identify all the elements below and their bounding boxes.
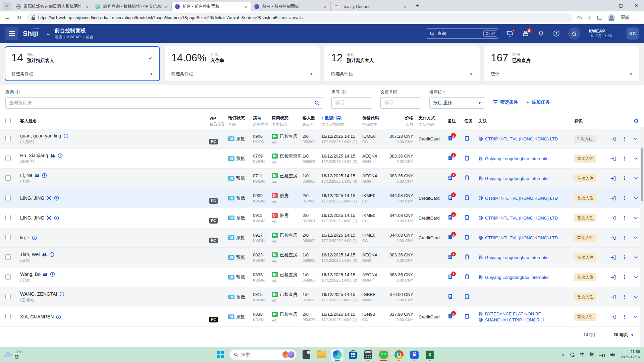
company-link[interactable]: SHANGHAI CTRIP HONGRUI bbox=[478, 317, 574, 322]
cashier-locked-icon[interactable] bbox=[522, 30, 529, 37]
vertical-scrollbar[interactable] bbox=[640, 127, 644, 347]
row-menu-kebab-icon[interactable]: ⋮ bbox=[622, 294, 627, 300]
column-header[interactable]: 价格代码担保类型 bbox=[362, 115, 392, 127]
row-menu-kebab-icon[interactable]: ⋮ bbox=[622, 314, 627, 320]
info-icon[interactable] bbox=[49, 252, 54, 257]
taskbar-app-store[interactable] bbox=[346, 349, 359, 361]
task-clipboard-icon[interactable] bbox=[464, 215, 470, 220]
address-bar[interactable]: https://cn1.web.ep.shiji.world/individua… bbox=[27, 13, 573, 22]
back-button[interactable]: ← bbox=[4, 15, 11, 21]
reservation-row[interactable]: LING, JING PC DI预抵 0909KWDN DI脏房VA 2/005… bbox=[0, 188, 644, 208]
search-icon[interactable] bbox=[314, 100, 320, 106]
company-link[interactable]: CTRIP INTL TVL (HONG KONG) LTD bbox=[478, 196, 574, 201]
check-in-icon[interactable] bbox=[610, 216, 616, 221]
page-size-select[interactable]: 20 每页 ▼ bbox=[613, 332, 634, 338]
breadcrumb-hotel[interactable]: 酒店 bbox=[55, 35, 62, 40]
row-checkbox[interactable] bbox=[5, 175, 11, 181]
card-departures[interactable]: 12 离店 预计离店客人 筛选条件栏 ▼ bbox=[324, 46, 480, 81]
card-inspected-rooms[interactable]: 167 客房 已检查房 统计 ▼ bbox=[484, 46, 640, 81]
row-checkbox[interactable] bbox=[5, 274, 11, 280]
breadcrumb-frontdesk[interactable]: 前台 bbox=[80, 35, 93, 40]
row-menu-kebab-icon[interactable]: ⋮ bbox=[622, 136, 627, 142]
info-icon[interactable] bbox=[59, 291, 64, 297]
row-menu-kebab-icon[interactable]: ⋮ bbox=[622, 235, 627, 241]
row-menu-kebab-icon[interactable]: ⋮ bbox=[622, 274, 627, 280]
info-icon[interactable] bbox=[57, 153, 63, 158]
filter-conditions-button[interactable]: 筛选条件 bbox=[493, 99, 518, 105]
task-clipboard-icon[interactable] bbox=[464, 195, 470, 200]
property-info[interactable]: KWEAP 16 12月 11:58 bbox=[589, 28, 612, 39]
read-aloud-icon[interactable]: A)) bbox=[577, 15, 581, 20]
check-in-icon[interactable] bbox=[610, 235, 616, 240]
row-menu-kebab-icon[interactable]: ⋮ bbox=[622, 175, 627, 181]
browser-tab[interactable]: Loyalty Connect × bbox=[331, 2, 410, 11]
start-button[interactable] bbox=[217, 351, 220, 354]
column-header[interactable]: 任务 bbox=[464, 118, 478, 124]
tab-close-icon[interactable]: × bbox=[403, 4, 407, 9]
row-checkbox[interactable] bbox=[5, 136, 11, 141]
back-arrow-icon[interactable]: ← bbox=[46, 30, 51, 37]
window-maximize-button[interactable]: ▢ bbox=[613, 0, 629, 11]
browser-tab[interactable]: 前台 - 前台控制面板 × bbox=[251, 2, 331, 11]
task-clipboard-icon[interactable] bbox=[464, 294, 470, 299]
reservation-row[interactable]: LING, JING PC DI预抵 0911KWDN DI脏房VA 2/005… bbox=[0, 208, 644, 228]
ime-language-button[interactable]: 中 bbox=[580, 352, 584, 358]
taskbar-app-unionpay[interactable] bbox=[408, 349, 421, 361]
reservation-row[interactable]: guan, guan yan ling (关燕玲) PC DI预抵 0906DO… bbox=[0, 129, 644, 149]
taskbar-app-wechat[interactable] bbox=[377, 349, 390, 361]
reservation-row[interactable]: WANG, ZENGTAI (王增太) DI预抵 0815KWDN IN已检查房… bbox=[0, 287, 644, 307]
breadcrumb-property[interactable]: KWEAP bbox=[62, 35, 80, 39]
card-filter-bar[interactable]: 筛选条件栏 ▼ bbox=[5, 68, 159, 80]
column-header[interactable]: ↑ 抵店日期离店 (房晚数) bbox=[321, 115, 362, 127]
check-in-icon[interactable] bbox=[610, 275, 616, 280]
tab-close-icon[interactable]: × bbox=[85, 4, 89, 9]
taskbar-app-chrome[interactable] bbox=[393, 349, 405, 361]
row-menu-kebab-icon[interactable]: ⋮ bbox=[622, 195, 627, 201]
column-header[interactable]: 标识 bbox=[574, 118, 604, 124]
column-header[interactable]: VIP会员信息 bbox=[209, 116, 228, 127]
remarks-icon[interactable]: 1 bbox=[447, 155, 453, 161]
card-filter-bar[interactable]: 筛选条件栏 ▼ bbox=[165, 68, 319, 80]
workstation-offline-icon[interactable]: × bbox=[506, 30, 514, 37]
row-checkbox[interactable] bbox=[5, 294, 11, 299]
remarks-icon[interactable]: 2 bbox=[447, 215, 453, 220]
check-in-icon[interactable] bbox=[610, 295, 616, 300]
tab-close-icon[interactable]: × bbox=[323, 4, 327, 9]
check-in-icon[interactable] bbox=[610, 196, 616, 201]
home-icon[interactable] bbox=[568, 27, 580, 40]
sync-icon[interactable] bbox=[570, 352, 575, 357]
remarks-icon[interactable]: 2 bbox=[447, 313, 453, 319]
row-checkbox[interactable] bbox=[5, 254, 11, 260]
menu-hamburger-icon[interactable] bbox=[5, 27, 18, 40]
global-search-input[interactable]: 查询 Ctrl+/ bbox=[426, 28, 499, 39]
company-link[interactable]: Guiyang Longdongbao Internatio bbox=[478, 275, 574, 280]
row-checkbox[interactable] bbox=[5, 215, 11, 220]
company-link[interactable]: CTRIP INTL TVL (HONG KONG) LTD bbox=[478, 235, 574, 240]
info-icon[interactable] bbox=[50, 272, 55, 277]
column-header[interactable]: 客人姓名 bbox=[20, 118, 209, 124]
browser-menu-icon[interactable]: … bbox=[635, 15, 640, 20]
info-icon[interactable] bbox=[32, 235, 37, 240]
company-link[interactable]: Guiyang Longdongbao Internatio bbox=[478, 255, 574, 260]
check-in-icon[interactable] bbox=[610, 156, 616, 161]
row-expand-chevron-icon[interactable] bbox=[634, 177, 638, 180]
check-in-icon[interactable] bbox=[610, 176, 616, 181]
guest-name[interactable]: XIA, GUANREN bbox=[20, 314, 54, 319]
column-header[interactable]: 关联 bbox=[478, 118, 574, 124]
remarks-icon[interactable]: 2 bbox=[447, 234, 453, 240]
guest-name[interactable]: guan, guan yan ling bbox=[20, 133, 61, 138]
card-occupancy[interactable]: 14.06% 在店 入住率 筛选条件栏 ▼ bbox=[165, 46, 320, 81]
taskbar-app-excel[interactable] bbox=[424, 349, 436, 361]
reservation-row[interactable]: liu, li PC DI预抵 0917KWDN IN已检查房VA 2/0056… bbox=[0, 228, 644, 248]
row-expand-chevron-icon[interactable] bbox=[634, 137, 638, 140]
add-task-button[interactable]: + 添加任务 bbox=[526, 99, 550, 105]
row-menu-kebab-icon[interactable]: ⋮ bbox=[622, 215, 627, 221]
member-number-input[interactable]: 填写 bbox=[380, 97, 421, 109]
row-expand-chevron-icon[interactable] bbox=[634, 236, 638, 239]
info-icon[interactable] bbox=[42, 173, 47, 178]
binoculars-icon[interactable] bbox=[42, 252, 47, 257]
tray-expand-icon[interactable]: ∧ bbox=[562, 352, 565, 357]
row-menu-kebab-icon[interactable]: ⋮ bbox=[622, 156, 627, 162]
taskbar-app-edge[interactable] bbox=[331, 349, 343, 361]
browser-update-button[interactable]: 更新 bbox=[621, 15, 629, 20]
